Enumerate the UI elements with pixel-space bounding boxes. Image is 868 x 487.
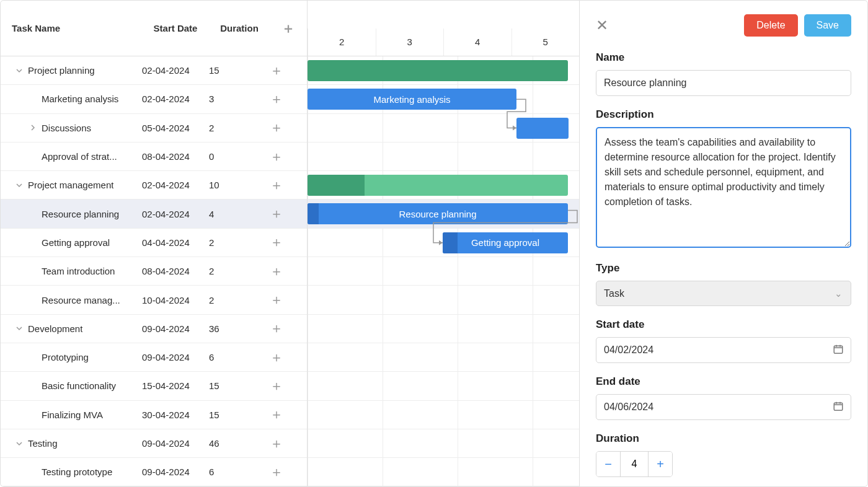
name-label: Name — [596, 51, 851, 64]
task-name: Approval of strat... — [42, 151, 117, 162]
add-task-icon[interactable]: ＋ — [270, 234, 283, 250]
bar-label: Resource planning — [399, 209, 476, 219]
calendar-icon[interactable] — [833, 344, 844, 357]
add-task-icon[interactable]: ＋ — [270, 436, 283, 451]
gantt-row: Marketing analysis — [308, 85, 579, 113]
start-date-label: Start date — [596, 318, 851, 331]
gantt-chart[interactable]: 2 3 4 5 Marketing analysisResource plann… — [308, 1, 579, 486]
task-start-date: 02-04-2024 — [142, 209, 209, 219]
add-task-icon[interactable]: ＋ — [270, 378, 283, 393]
gantt-row — [308, 343, 579, 372]
delete-button[interactable]: Delete — [744, 14, 797, 37]
gantt-bar[interactable] — [308, 175, 568, 196]
gantt-body: Marketing analysisResource planningGetti… — [308, 56, 579, 486]
gantt-bar[interactable]: Resource planning — [308, 203, 568, 224]
add-task-icon[interactable]: ＋ — [270, 349, 283, 365]
add-task-icon[interactable]: ＋ — [270, 91, 283, 107]
timeline-cell: 4 — [443, 29, 512, 56]
task-row[interactable]: Team introduction08-04-20242＋ — [1, 257, 307, 286]
task-name: Project planning — [28, 65, 95, 76]
expand-toggle-icon[interactable] — [28, 123, 38, 133]
task-start-date: 09-04-2024 — [142, 438, 209, 449]
col-header-start[interactable]: Start Date — [142, 23, 209, 33]
add-task-icon[interactable]: ＋ — [270, 292, 283, 307]
add-task-icon[interactable]: ＋ — [270, 206, 283, 221]
collapse-toggle-icon[interactable] — [14, 323, 24, 333]
add-task-icon[interactable]: ＋ — [270, 464, 283, 480]
close-icon[interactable]: ✕ — [596, 18, 608, 33]
task-duration: 2 — [209, 295, 270, 305]
task-start-date: 04-04-2024 — [142, 237, 209, 248]
task-duration: 15 — [209, 65, 270, 76]
stepper-plus-button[interactable]: + — [648, 452, 672, 476]
add-task-icon[interactable]: ＋ — [270, 149, 283, 164]
task-row[interactable]: Approval of strat...08-04-20240＋ — [1, 143, 307, 171]
svg-rect-3 — [834, 403, 843, 410]
task-duration: 15 — [209, 410, 270, 420]
task-start-date: 02-04-2024 — [142, 65, 209, 76]
task-row[interactable]: Prototyping09-04-20246＋ — [1, 343, 307, 372]
task-name: Prototyping — [42, 352, 89, 362]
gantt-row — [308, 401, 579, 429]
task-start-date: 09-04-2024 — [142, 323, 209, 334]
add-task-icon[interactable]: ＋ — [270, 263, 283, 279]
col-header-add[interactable]: ＋ — [270, 22, 307, 35]
save-button[interactable]: Save — [804, 14, 851, 37]
gantt-bar[interactable]: Getting approval — [443, 232, 568, 253]
gantt-row — [308, 171, 579, 200]
collapse-toggle-icon[interactable] — [14, 180, 24, 190]
task-name: Marketing analysis — [42, 94, 118, 104]
task-row[interactable]: Finalizing MVA30-04-202415＋ — [1, 401, 307, 429]
collapse-toggle-icon[interactable] — [14, 66, 24, 76]
task-name: Project management — [28, 180, 113, 190]
gantt-row — [308, 257, 579, 286]
panel-actions: Delete Save — [744, 14, 851, 37]
task-name: Finalizing MVA — [42, 410, 103, 420]
add-task-icon[interactable]: ＋ — [270, 406, 283, 422]
type-select[interactable]: Task — [596, 281, 851, 306]
collapse-toggle-icon[interactable] — [14, 439, 24, 449]
task-start-date: 10-04-2024 — [142, 295, 209, 305]
task-row[interactable]: Getting approval04-04-20242＋ — [1, 229, 307, 257]
task-row[interactable]: Resource manag...10-04-20242＋ — [1, 286, 307, 314]
task-name: Basic functionality — [42, 380, 116, 391]
name-input[interactable] — [596, 70, 851, 96]
field-type: Type Task ⌄ — [596, 262, 851, 306]
stepper-minus-button[interactable]: − — [596, 452, 621, 476]
gantt-row: Resource planning — [308, 200, 579, 228]
start-date-input[interactable] — [596, 337, 851, 363]
task-row[interactable]: Discussions05-04-20242＋ — [1, 114, 307, 143]
grid-header: Task Name Start Date Duration ＋ — [1, 1, 307, 56]
task-row[interactable]: Project management02-04-202410＋ — [1, 171, 307, 200]
gantt-bar[interactable]: Marketing analysis — [308, 89, 516, 110]
task-name: Discussions — [42, 123, 91, 133]
gantt-bar[interactable] — [516, 118, 569, 139]
add-task-icon[interactable]: ＋ — [270, 320, 283, 336]
task-row[interactable]: Testing09-04-202446＋ — [1, 429, 307, 458]
add-task-icon[interactable]: ＋ — [270, 63, 283, 78]
end-date-input[interactable] — [596, 394, 851, 420]
duration-input[interactable] — [621, 452, 648, 476]
gantt-bar[interactable] — [308, 60, 568, 81]
task-row[interactable]: Marketing analysis02-04-20243＋ — [1, 85, 307, 113]
task-row[interactable]: Project planning02-04-202415＋ — [1, 56, 307, 85]
task-row[interactable]: Testing prototype09-04-20246＋ — [1, 458, 307, 486]
add-task-icon[interactable]: ＋ — [270, 177, 283, 193]
task-row[interactable]: Development09-04-202436＋ — [1, 315, 307, 343]
task-row[interactable]: Basic functionality15-04-202415＋ — [1, 372, 307, 400]
calendar-icon[interactable] — [833, 401, 844, 414]
col-header-duration[interactable]: Duration — [209, 23, 270, 33]
task-name: Testing — [28, 438, 58, 449]
task-start-date: 02-04-2024 — [142, 180, 209, 190]
task-row[interactable]: Resource planning02-04-20244＋ — [1, 200, 307, 228]
task-start-date: 08-04-2024 — [142, 266, 209, 276]
gantt-row — [308, 315, 579, 343]
task-duration: 6 — [209, 352, 270, 362]
plus-icon: ＋ — [281, 22, 295, 35]
task-start-date: 08-04-2024 — [142, 151, 209, 162]
gantt-left: Task Name Start Date Duration ＋ Project … — [1, 1, 579, 486]
task-duration: 3 — [209, 94, 270, 104]
description-textarea[interactable]: Assess the team's capabilities and avail… — [596, 127, 851, 248]
col-header-name[interactable]: Task Name — [1, 23, 142, 33]
add-task-icon[interactable]: ＋ — [270, 120, 283, 135]
